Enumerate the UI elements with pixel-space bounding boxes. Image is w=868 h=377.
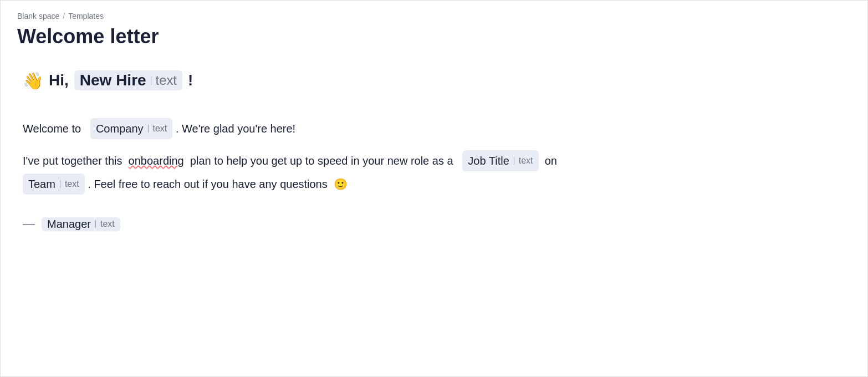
team-type: text bbox=[65, 176, 79, 192]
breadcrumb: Blank space / Templates bbox=[17, 12, 851, 21]
onboarding-paragraph: I've put together this onboarding plan t… bbox=[23, 150, 845, 195]
wave-emoji: 👋 bbox=[23, 71, 43, 90]
separator-icon bbox=[514, 157, 514, 165]
greeting-line: 👋 Hi, New Hire text ! bbox=[23, 70, 845, 90]
separator-icon bbox=[151, 76, 151, 85]
company-type: text bbox=[153, 121, 167, 137]
onboarding-word: onboarding bbox=[129, 155, 184, 167]
job-title-type: text bbox=[519, 153, 533, 169]
manager-field[interactable]: Manager text bbox=[42, 217, 120, 231]
dash: — bbox=[23, 217, 35, 231]
manager-type: text bbox=[100, 219, 115, 229]
hi-text: Hi, bbox=[49, 72, 69, 89]
separator-icon bbox=[60, 180, 60, 188]
closing-text: . Feel free to reach out if you have any… bbox=[88, 178, 327, 190]
welcome-prefix: Welcome to bbox=[23, 123, 81, 135]
welcome-suffix: . We're glad you're here! bbox=[176, 123, 295, 135]
smiley-emoji: 🙂 bbox=[334, 178, 348, 190]
onboarding-suffix: plan to help you get up to speed in your… bbox=[190, 155, 453, 167]
welcome-paragraph: Welcome to Company text . We're glad you… bbox=[23, 118, 845, 139]
separator-icon bbox=[148, 125, 149, 133]
job-title-label: Job Title bbox=[468, 151, 509, 171]
new-hire-type: text bbox=[156, 73, 177, 88]
company-label: Company bbox=[96, 119, 144, 139]
onboarding-prefix: I've put together this bbox=[23, 155, 122, 167]
separator-icon bbox=[95, 220, 96, 228]
job-title-field[interactable]: Job Title text bbox=[462, 150, 538, 171]
content-area: 👋 Hi, New Hire text ! Welcome to Company… bbox=[17, 70, 851, 231]
new-hire-field[interactable]: New Hire text bbox=[74, 70, 182, 90]
team-label: Team bbox=[28, 174, 55, 194]
page-title: Welcome letter bbox=[17, 25, 851, 48]
manager-label: Manager bbox=[47, 218, 91, 231]
on-text: on bbox=[545, 155, 557, 167]
breadcrumb-separator: / bbox=[63, 12, 65, 21]
new-hire-label: New Hire bbox=[80, 72, 146, 89]
breadcrumb-current[interactable]: Templates bbox=[68, 12, 104, 21]
team-field[interactable]: Team text bbox=[23, 174, 85, 195]
breadcrumb-root[interactable]: Blank space bbox=[17, 12, 59, 21]
signature-line: — Manager text bbox=[23, 217, 845, 231]
exclamation-mark: ! bbox=[188, 72, 193, 89]
company-field[interactable]: Company text bbox=[90, 118, 172, 139]
